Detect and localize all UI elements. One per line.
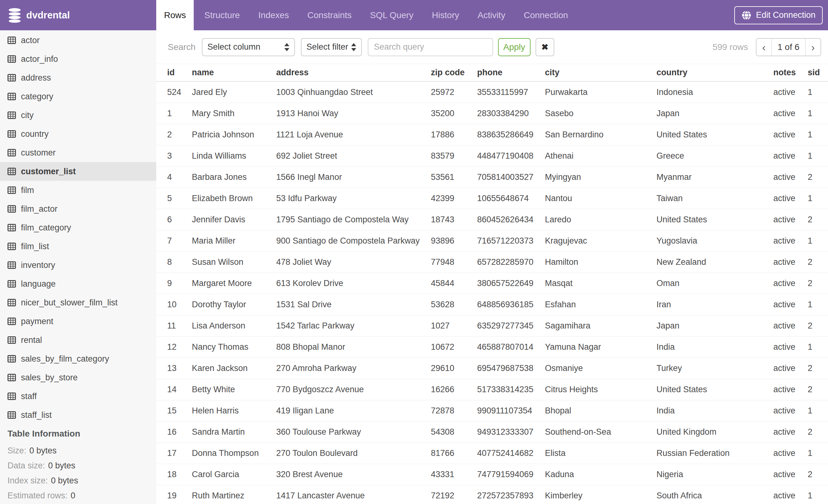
cell-id: 17 [167,448,192,458]
cell-address: 692 Joliet Street [276,151,431,161]
sidebar-table-item[interactable]: country [0,125,156,143]
sidebar-table-item[interactable]: city [0,106,156,125]
table-row[interactable]: 10 Dorothy Taylor 1531 Sal Drive 53628 6… [156,294,828,315]
tab[interactable]: Rows [156,0,194,30]
cell-city: Masqat [545,279,657,288]
sidebar-table-item[interactable]: sales_by_film_category [0,350,156,368]
cell-city: Bhopal [545,406,657,416]
table-row[interactable]: 16 Sandra Martin 360 Toulouse Parkway 54… [156,421,828,443]
sidebar-table-item[interactable]: staff [0,387,156,406]
table-row[interactable]: 8 Susan Wilson 478 Joliet Way 77948 6572… [156,252,828,273]
column-header[interactable]: name [192,68,276,78]
table-row[interactable]: 4 Barbara Jones 1566 Inegl Manor 53561 7… [156,167,828,188]
cell-phone: 28303384290 [477,109,545,118]
cell-zip-code: 72192 [431,491,477,501]
cell-zip-code: 81766 [431,448,477,458]
table-icon [7,224,16,231]
edit-connection-button[interactable]: Edit Connection [734,6,823,25]
tab[interactable]: Indexes [251,0,297,30]
table-row[interactable]: 15 Helen Harris 419 Iligan Lane 72878 99… [156,400,828,421]
cell-address: 1566 Inegl Manor [276,172,431,182]
cell-phone: 657282285970 [477,257,545,267]
cell-phone: 949312333307 [477,427,545,437]
table-information-field: Size: 0 bytes [7,443,156,458]
sidebar-table-item[interactable]: customer_list [0,162,156,181]
table-name-label: film_category [21,223,71,233]
table-information-title: Table Information [7,424,156,443]
tab[interactable]: Activity [470,0,513,30]
table-icon [7,280,16,288]
table-row[interactable]: 14 Betty White 770 Bydgoszcz Avenue 1626… [156,379,828,400]
sidebar-table-item[interactable]: sales_by_store [0,368,156,387]
sidebar-table-item[interactable]: rental [0,331,156,350]
column-header[interactable]: id [167,68,192,78]
sidebar-table-item[interactable]: film [0,181,156,199]
table-row[interactable]: 12 Nancy Thomas 808 Bhopal Manor 10672 4… [156,337,828,358]
clear-search-button[interactable]: ✖ [536,38,554,56]
cell-notes: active [773,172,808,182]
apply-button[interactable]: Apply [498,38,531,56]
column-header[interactable]: address [276,68,431,78]
table-row[interactable]: 5 Elizabeth Brown 53 Idfu Parkway 42399 … [156,188,828,209]
column-header[interactable]: zip code [431,68,477,78]
sidebar-table-item[interactable]: language [0,274,156,293]
table-row[interactable]: 17 Donna Thompson 270 Toulon Boulevard 8… [156,443,828,464]
table-row[interactable]: 524 Jared Ely 1003 Qinhuangdao Street 25… [156,82,828,103]
table-row[interactable]: 18 Carol Garcia 320 Brest Avenue 43331 7… [156,464,828,485]
cell-id: 8 [167,257,192,267]
cell-country: India [657,342,773,352]
sidebar-table-item[interactable]: staff_list [0,406,156,424]
column-header[interactable]: phone [477,68,545,78]
cell-id: 7 [167,236,192,246]
sidebar-table-item[interactable]: actor_info [0,50,156,68]
cell-city: Nantou [545,194,657,203]
cell-country: Turkey [657,364,773,373]
column-header[interactable]: country [657,68,773,78]
table-row[interactable]: 1 Mary Smith 1913 Hanoi Way 35200 283033… [156,103,828,124]
next-page-button[interactable]: › [805,39,821,56]
cell-id: 12 [167,342,192,352]
tab[interactable]: Constraints [300,0,360,30]
column-header[interactable]: sid [808,68,828,78]
sidebar-table-item[interactable]: category [0,87,156,106]
column-header[interactable]: city [545,68,657,78]
sidebar-table-item[interactable]: nicer_but_slower_film_list [0,293,156,312]
filter-select[interactable]: Select filter [301,38,362,56]
column-select-value: Select column [207,42,260,52]
column-header[interactable]: notes [773,68,808,78]
cell-name: Elizabeth Brown [192,194,276,203]
table-row[interactable]: 19 Ruth Martinez 1417 Lancaster Avenue 7… [156,485,828,504]
cell-notes: active [773,257,808,267]
table-row[interactable]: 7 Maria Miller 900 Santiago de Compostel… [156,230,828,252]
sidebar-table-item[interactable]: actor [0,31,156,50]
cell-address: 808 Bhopal Manor [276,342,431,352]
tab[interactable]: Structure [197,0,248,30]
table-row[interactable]: 9 Margaret Moore 613 Korolev Drive 45844… [156,273,828,294]
table-row[interactable]: 6 Jennifer Davis 1795 Santiago de Compos… [156,209,828,230]
table-name-label: actor_info [21,54,58,64]
search-query-input[interactable] [368,38,493,56]
table-row[interactable]: 2 Patricia Johnson 1121 Loja Avenue 1788… [156,124,828,145]
sidebar-table-item[interactable]: payment [0,312,156,331]
prev-page-button[interactable]: ‹ [756,39,772,56]
cell-zip-code: 54308 [431,427,477,437]
cell-notes: active [773,342,808,352]
table-row[interactable]: 3 Linda Williams 692 Joliet Street 83579… [156,145,828,167]
cell-id: 9 [167,279,192,288]
sidebar-table-item[interactable]: inventory [0,256,156,274]
cell-zip-code: 16266 [431,385,477,395]
sidebar-table-item[interactable]: film_list [0,237,156,256]
tab[interactable]: Connection [516,0,576,30]
cell-country: Greece [657,151,773,161]
column-select[interactable]: Select column [202,38,295,56]
tab[interactable]: SQL Query [362,0,421,30]
sidebar-table-item[interactable]: film_actor [0,199,156,218]
table-row[interactable]: 13 Karen Jackson 270 Amroha Parkway 2961… [156,358,828,379]
table-row[interactable]: 11 Lisa Anderson 1542 Tarlac Parkway 102… [156,315,828,337]
sidebar-table-item[interactable]: film_category [0,218,156,237]
table-icon [7,149,16,156]
cell-name: Helen Harris [192,406,276,416]
sidebar-table-item[interactable]: customer [0,143,156,162]
sidebar-table-item[interactable]: address [0,68,156,87]
tab[interactable]: History [424,0,467,30]
